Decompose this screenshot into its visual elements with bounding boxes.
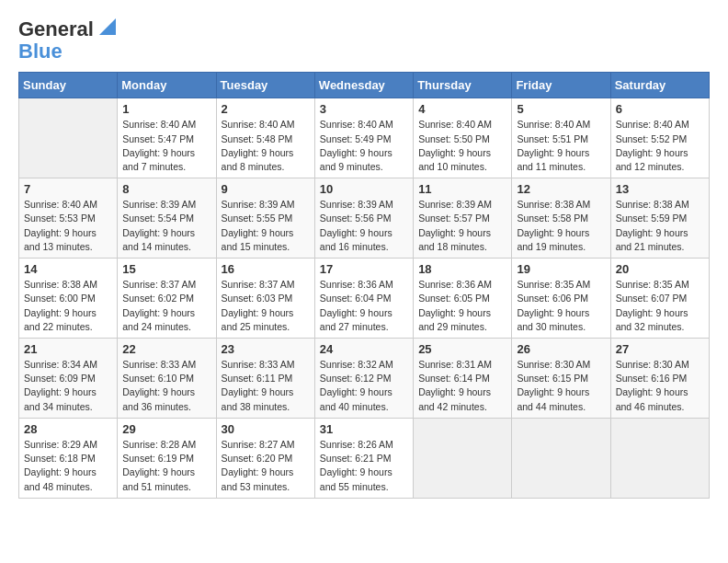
day-number: 3 — [320, 102, 408, 116]
day-info: Sunrise: 8:30 AMSunset: 6:16 PMDaylight:… — [616, 358, 704, 414]
day-info: Sunrise: 8:40 AMSunset: 5:50 PMDaylight:… — [418, 118, 506, 174]
day-info: Sunrise: 8:26 AMSunset: 6:21 PMDaylight:… — [320, 438, 408, 494]
day-number: 23 — [222, 342, 310, 356]
day-info: Sunrise: 8:35 AMSunset: 6:06 PMDaylight:… — [517, 278, 605, 334]
day-info: Sunrise: 8:39 AMSunset: 5:54 PMDaylight:… — [122, 198, 210, 254]
day-info: Sunrise: 8:40 AMSunset: 5:52 PMDaylight:… — [616, 118, 704, 174]
calendar-cell: 23Sunrise: 8:33 AMSunset: 6:11 PMDayligh… — [216, 339, 314, 419]
day-number: 21 — [24, 342, 112, 356]
day-number: 31 — [320, 422, 408, 436]
calendar-cell: 19Sunrise: 8:35 AMSunset: 6:06 PMDayligh… — [512, 259, 610, 339]
calendar-cell: 30Sunrise: 8:27 AMSunset: 6:20 PMDayligh… — [216, 418, 314, 498]
day-number: 10 — [320, 182, 408, 196]
logo: General Blue — [18, 18, 116, 63]
day-number: 5 — [517, 102, 605, 116]
day-info: Sunrise: 8:38 AMSunset: 5:58 PMDaylight:… — [517, 198, 605, 254]
calendar-cell: 9Sunrise: 8:39 AMSunset: 5:55 PMDaylight… — [216, 178, 314, 259]
calendar-cell — [512, 418, 610, 498]
calendar-cell — [19, 98, 118, 178]
day-number: 27 — [616, 342, 704, 356]
calendar-cell: 31Sunrise: 8:26 AMSunset: 6:21 PMDayligh… — [314, 418, 413, 498]
day-number: 1 — [122, 102, 210, 116]
day-number: 26 — [517, 342, 605, 356]
calendar-cell: 17Sunrise: 8:36 AMSunset: 6:04 PMDayligh… — [314, 259, 413, 339]
day-info: Sunrise: 8:34 AMSunset: 6:09 PMDaylight:… — [24, 358, 112, 414]
logo-text-blue: Blue — [18, 40, 63, 63]
day-number: 2 — [222, 102, 310, 116]
calendar-cell: 11Sunrise: 8:39 AMSunset: 5:57 PMDayligh… — [414, 178, 512, 259]
calendar-header-row: SundayMondayTuesdayWednesdayThursdayFrid… — [19, 73, 710, 98]
day-number: 8 — [122, 182, 210, 196]
day-info: Sunrise: 8:39 AMSunset: 5:57 PMDaylight:… — [418, 198, 506, 254]
header-thursday: Thursday — [414, 73, 512, 98]
calendar-cell: 7Sunrise: 8:40 AMSunset: 5:53 PMDaylight… — [19, 178, 118, 259]
day-number: 7 — [24, 182, 112, 196]
day-info: Sunrise: 8:40 AMSunset: 5:49 PMDaylight:… — [320, 118, 408, 174]
calendar-week-row: 21Sunrise: 8:34 AMSunset: 6:09 PMDayligh… — [19, 339, 710, 419]
calendar-week-row: 28Sunrise: 8:29 AMSunset: 6:18 PMDayligh… — [19, 418, 710, 498]
day-number: 24 — [320, 342, 408, 356]
header-monday: Monday — [118, 73, 216, 98]
calendar-cell: 4Sunrise: 8:40 AMSunset: 5:50 PMDaylight… — [414, 98, 512, 178]
day-number: 22 — [122, 342, 210, 356]
page-header: General Blue — [18, 18, 710, 63]
day-info: Sunrise: 8:39 AMSunset: 5:56 PMDaylight:… — [320, 198, 408, 254]
calendar-cell: 24Sunrise: 8:32 AMSunset: 6:12 PMDayligh… — [314, 339, 413, 419]
day-info: Sunrise: 8:30 AMSunset: 6:15 PMDaylight:… — [517, 358, 605, 414]
calendar-cell — [414, 418, 512, 498]
calendar-cell: 14Sunrise: 8:38 AMSunset: 6:00 PMDayligh… — [19, 259, 118, 339]
day-number: 14 — [24, 262, 112, 276]
day-info: Sunrise: 8:40 AMSunset: 5:47 PMDaylight:… — [122, 118, 210, 174]
day-number: 11 — [418, 182, 506, 196]
day-info: Sunrise: 8:36 AMSunset: 6:04 PMDaylight:… — [320, 278, 408, 334]
day-number: 15 — [122, 262, 210, 276]
day-number: 28 — [24, 422, 112, 436]
day-info: Sunrise: 8:38 AMSunset: 6:00 PMDaylight:… — [24, 278, 112, 334]
calendar-cell: 15Sunrise: 8:37 AMSunset: 6:02 PMDayligh… — [118, 259, 216, 339]
calendar-cell: 25Sunrise: 8:31 AMSunset: 6:14 PMDayligh… — [414, 339, 512, 419]
day-info: Sunrise: 8:40 AMSunset: 5:51 PMDaylight:… — [517, 118, 605, 174]
calendar-cell: 18Sunrise: 8:36 AMSunset: 6:05 PMDayligh… — [414, 259, 512, 339]
header-wednesday: Wednesday — [314, 73, 413, 98]
calendar-week-row: 14Sunrise: 8:38 AMSunset: 6:00 PMDayligh… — [19, 259, 710, 339]
day-info: Sunrise: 8:37 AMSunset: 6:02 PMDaylight:… — [122, 278, 210, 334]
day-info: Sunrise: 8:40 AMSunset: 5:53 PMDaylight:… — [24, 198, 112, 254]
day-info: Sunrise: 8:38 AMSunset: 5:59 PMDaylight:… — [616, 198, 704, 254]
day-number: 9 — [222, 182, 310, 196]
calendar-cell: 26Sunrise: 8:30 AMSunset: 6:15 PMDayligh… — [512, 339, 610, 419]
calendar-cell: 29Sunrise: 8:28 AMSunset: 6:19 PMDayligh… — [118, 418, 216, 498]
day-info: Sunrise: 8:28 AMSunset: 6:19 PMDaylight:… — [122, 438, 210, 494]
day-number: 30 — [222, 422, 310, 436]
day-number: 19 — [517, 262, 605, 276]
day-info: Sunrise: 8:27 AMSunset: 6:20 PMDaylight:… — [222, 438, 310, 494]
day-number: 13 — [616, 182, 704, 196]
day-number: 29 — [122, 422, 210, 436]
day-number: 4 — [418, 102, 506, 116]
day-number: 20 — [616, 262, 704, 276]
calendar-cell: 2Sunrise: 8:40 AMSunset: 5:48 PMDaylight… — [216, 98, 314, 178]
day-number: 16 — [222, 262, 310, 276]
day-number: 18 — [418, 262, 506, 276]
day-info: Sunrise: 8:32 AMSunset: 6:12 PMDaylight:… — [320, 358, 408, 414]
svg-marker-0 — [99, 18, 116, 35]
calendar-cell: 1Sunrise: 8:40 AMSunset: 5:47 PMDaylight… — [118, 98, 216, 178]
day-info: Sunrise: 8:40 AMSunset: 5:48 PMDaylight:… — [222, 118, 310, 174]
day-number: 25 — [418, 342, 506, 356]
header-tuesday: Tuesday — [216, 73, 314, 98]
day-info: Sunrise: 8:31 AMSunset: 6:14 PMDaylight:… — [418, 358, 506, 414]
calendar-week-row: 7Sunrise: 8:40 AMSunset: 5:53 PMDaylight… — [19, 178, 710, 259]
calendar-cell: 13Sunrise: 8:38 AMSunset: 5:59 PMDayligh… — [610, 178, 709, 259]
calendar-cell: 5Sunrise: 8:40 AMSunset: 5:51 PMDaylight… — [512, 98, 610, 178]
day-number: 17 — [320, 262, 408, 276]
calendar-week-row: 1Sunrise: 8:40 AMSunset: 5:47 PMDaylight… — [19, 98, 710, 178]
calendar-cell: 10Sunrise: 8:39 AMSunset: 5:56 PMDayligh… — [314, 178, 413, 259]
calendar-cell: 3Sunrise: 8:40 AMSunset: 5:49 PMDaylight… — [314, 98, 413, 178]
calendar-cell: 12Sunrise: 8:38 AMSunset: 5:58 PMDayligh… — [512, 178, 610, 259]
calendar-cell: 16Sunrise: 8:37 AMSunset: 6:03 PMDayligh… — [216, 259, 314, 339]
calendar-cell: 28Sunrise: 8:29 AMSunset: 6:18 PMDayligh… — [19, 418, 118, 498]
calendar-cell: 27Sunrise: 8:30 AMSunset: 6:16 PMDayligh… — [610, 339, 709, 419]
day-info: Sunrise: 8:36 AMSunset: 6:05 PMDaylight:… — [418, 278, 506, 334]
day-number: 12 — [517, 182, 605, 196]
calendar-cell: 6Sunrise: 8:40 AMSunset: 5:52 PMDaylight… — [610, 98, 709, 178]
calendar-cell: 21Sunrise: 8:34 AMSunset: 6:09 PMDayligh… — [19, 339, 118, 419]
